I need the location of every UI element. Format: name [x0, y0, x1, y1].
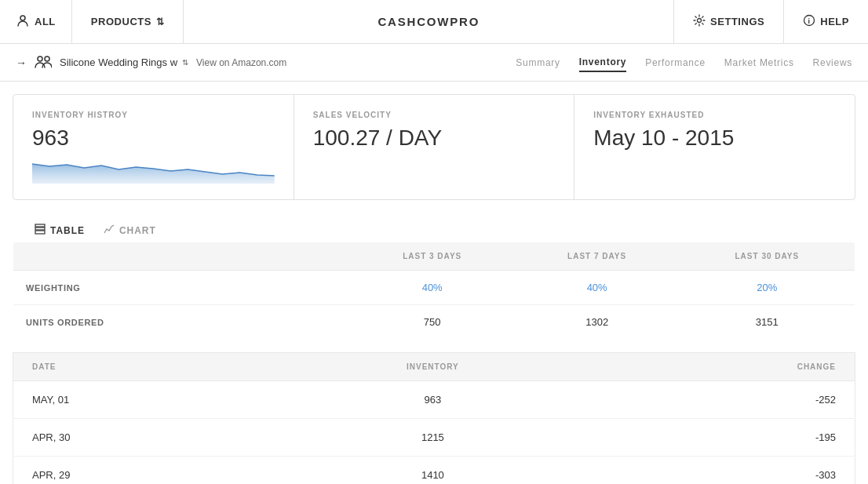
svg-rect-8 [35, 227, 45, 230]
stat-label-inventory-history: INVENTORY HISTROY [32, 111, 275, 119]
stat-value-inventory-exhausted: May 10 - 2015 [593, 126, 836, 151]
table-toggle-label: TABLE [50, 225, 85, 236]
nav-all-label: ALL [35, 16, 56, 27]
row-label-weighting: WEIGHTING [13, 271, 350, 305]
svg-point-4 [38, 56, 42, 61]
weighting-3days: 40% [350, 271, 515, 305]
stat-value-inventory-history: 963 [32, 126, 275, 151]
weighting-7days: 40% [515, 271, 680, 305]
nav-settings-label: SETTINGS [710, 16, 764, 27]
stat-card-inventory-history: INVENTORY HISTROY 963 [13, 95, 294, 199]
stats-row: INVENTORY HISTROY 963 SALES VELOCITY 10 [13, 94, 855, 200]
svg-rect-9 [35, 231, 45, 234]
nav-market-metrics[interactable]: Market Metrics [724, 54, 794, 71]
velocity-table: LAST 3 DAYS LAST 7 DAYS LAST 30 DAYS WEI… [13, 242, 855, 340]
units-7days: 1302 [515, 305, 680, 340]
svg-point-0 [20, 16, 25, 20]
inventory-cell: 1215 [276, 419, 589, 457]
table-toggle-btn[interactable]: TABLE [25, 219, 94, 242]
col-header-change: CHANGE [589, 353, 855, 381]
change-cell: -195 [589, 419, 855, 457]
col-header-empty [13, 242, 350, 271]
stat-card-inventory-exhausted: INVENTORY EXHAUSTED May 10 - 2015 [574, 95, 855, 199]
product-swap-icon [35, 54, 52, 71]
col-header-date: DATE [13, 353, 277, 381]
svg-point-5 [45, 56, 49, 61]
settings-icon [693, 14, 706, 29]
table-row: MAY, 01 963 -252 [13, 381, 855, 419]
stats-section: INVENTORY HISTROY 963 SALES VELOCITY 10 [13, 94, 855, 200]
units-3days: 750 [350, 305, 515, 340]
table-row: APR, 29 1410 -303 [13, 457, 855, 485]
weighting-30days: 20% [680, 271, 855, 305]
nav-help-label: HELP [820, 16, 849, 27]
svg-rect-7 [35, 224, 45, 227]
nav-brand: CASHCOWPRO [184, 15, 673, 28]
product-bar: → Silicone Wedding Rings w ⇅ View on Ama… [0, 44, 868, 82]
change-cell: -252 [589, 381, 855, 419]
table-row: APR, 30 1215 -195 [13, 419, 855, 457]
inventory-section: DATE INVENTORY CHANGE MAY, 01 963 -252 A… [13, 352, 855, 484]
person-icon [16, 13, 30, 30]
stat-label-sales-velocity: SALES VELOCITY [313, 111, 556, 119]
date-cell: MAY, 01 [13, 381, 277, 419]
date-cell: APR, 30 [13, 419, 277, 457]
inventory-table: DATE INVENTORY CHANGE MAY, 01 963 -252 A… [13, 352, 855, 484]
nav-products[interactable]: PRODUCTS ⇅ [72, 0, 184, 43]
sort-icon: ⇅ [156, 16, 165, 27]
col-header-7days: LAST 7 DAYS [515, 242, 680, 271]
col-header-30days: LAST 30 DAYS [680, 242, 855, 271]
nav-reviews[interactable]: Reviews [813, 54, 852, 71]
row-label-units: UNITS ORDERED [13, 305, 350, 340]
back-arrow-icon[interactable]: → [16, 56, 27, 69]
chart-toggle-btn[interactable]: CHART [94, 219, 166, 242]
nav-performance[interactable]: Performance [645, 54, 706, 71]
svg-marker-6 [32, 164, 275, 184]
nav-all[interactable]: ALL [0, 0, 72, 43]
product-bar-left: → Silicone Wedding Rings w ⇅ View on Ama… [16, 54, 286, 71]
col-header-inventory: INVENTORY [276, 353, 589, 381]
velocity-section: LAST 3 DAYS LAST 7 DAYS LAST 30 DAYS WEI… [13, 242, 855, 340]
date-cell: APR, 29 [13, 457, 277, 485]
stat-label-inventory-exhausted: INVENTORY EXHAUSTED [593, 111, 836, 119]
nav-products-label: PRODUCTS [91, 16, 151, 27]
units-30days: 3151 [680, 305, 855, 340]
inventory-table-header: DATE INVENTORY CHANGE [13, 353, 855, 381]
velocity-table-header: LAST 3 DAYS LAST 7 DAYS LAST 30 DAYS [13, 242, 855, 271]
col-header-3days: LAST 3 DAYS [350, 242, 515, 271]
view-toggle: TABLE CHART [13, 213, 855, 242]
table-row: UNITS ORDERED 750 1302 3151 [13, 305, 855, 340]
inventory-cell: 963 [276, 381, 589, 419]
top-nav: ALL PRODUCTS ⇅ CASHCOWPRO SETTINGS i HEL… [0, 0, 868, 44]
stat-card-sales-velocity: SALES VELOCITY 100.27 / DAY [294, 95, 575, 199]
nav-help[interactable]: i HELP [783, 0, 868, 43]
product-chevron-icon: ⇅ [182, 58, 188, 67]
nav-inventory[interactable]: Inventory [579, 53, 627, 72]
svg-text:i: i [808, 17, 811, 25]
svg-point-1 [698, 19, 702, 23]
amazon-view-link[interactable]: View on Amazon.com [196, 57, 286, 68]
nav-settings[interactable]: SETTINGS [673, 0, 783, 43]
help-icon: i [803, 14, 815, 29]
inventory-cell: 1410 [276, 457, 589, 485]
product-name[interactable]: Silicone Wedding Rings w ⇅ [60, 56, 188, 68]
change-cell: -303 [589, 457, 855, 485]
inventory-chart [32, 160, 275, 184]
nav-summary[interactable]: Summary [516, 54, 560, 71]
chart-icon [104, 224, 115, 237]
table-icon [35, 224, 46, 237]
stat-value-sales-velocity: 100.27 / DAY [313, 126, 556, 151]
chart-toggle-label: CHART [119, 225, 156, 236]
product-nav: Summary Inventory Performance Market Met… [516, 53, 852, 72]
table-row: WEIGHTING 40% 40% 20% [13, 271, 855, 305]
